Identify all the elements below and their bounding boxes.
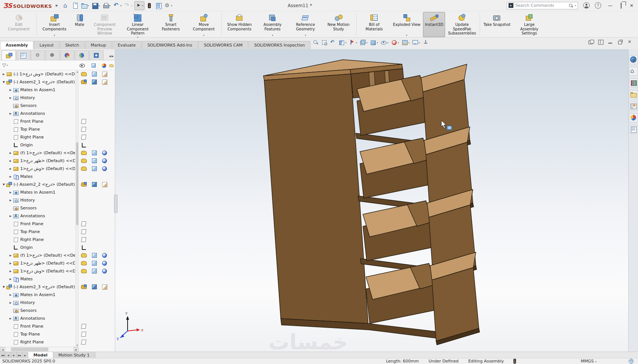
display-state-cell-icon[interactable]	[89, 78, 99, 86]
display-state-cell-icon[interactable]	[89, 291, 99, 299]
document-window-icon[interactable]	[627, 40, 633, 44]
tree-row[interactable]: (-) Assem2_3 <درج> (Default) <D	[0, 283, 115, 291]
task-pane-button[interactable]	[629, 55, 638, 64]
display-state-cell-icon[interactable]	[89, 267, 99, 275]
appearance-cell-icon[interactable]	[99, 188, 110, 196]
display-state-cell-icon[interactable]	[89, 133, 99, 141]
appearance-cell-icon[interactable]	[99, 117, 110, 125]
dropdown-caret-icon[interactable]: ▾	[171, 4, 172, 7]
hide-show-cell-icon[interactable]	[78, 228, 89, 236]
view-tool-icon[interactable]	[412, 39, 418, 45]
expand-arrow-icon[interactable]	[8, 112, 13, 115]
display-state-cell-icon[interactable]	[89, 314, 99, 322]
appearance-cell-icon[interactable]	[99, 236, 110, 244]
flyout-caret-icon[interactable]: ▾	[272, 34, 273, 36]
display-state-cell-icon[interactable]	[89, 165, 99, 173]
dropdown-caret-icon[interactable]: ▾	[131, 4, 132, 7]
view-tool-icon[interactable]	[349, 39, 355, 45]
search-input[interactable]: Search Commands	[515, 3, 567, 8]
search-dropdown-icon[interactable]: ▾	[575, 4, 576, 7]
dropdown-caret-icon[interactable]: ▾	[99, 4, 100, 7]
hide-show-cell-icon[interactable]	[78, 196, 89, 204]
expand-arrow-icon[interactable]	[2, 286, 6, 289]
tree-row[interactable]: Mates in Assem1	[0, 86, 115, 94]
hide-show-cell-icon[interactable]	[78, 314, 89, 322]
hide-show-cell-icon[interactable]	[78, 275, 89, 283]
hide-show-cell-icon[interactable]	[78, 133, 89, 141]
help-icon[interactable]: ?	[595, 2, 601, 9]
feature-manager-tab[interactable]	[60, 50, 74, 60]
appearance-cell-icon[interactable]	[99, 291, 110, 299]
task-pane-button[interactable]	[629, 113, 638, 122]
ribbon-button[interactable]: New Motion Study ▾	[322, 12, 355, 37]
expand-arrow-icon[interactable]	[8, 317, 13, 320]
tab-scroll-button[interactable]: ◀	[6, 352, 11, 358]
quick-access-button[interactable]: ▾	[91, 1, 101, 10]
display-state-cell-icon[interactable]	[89, 259, 99, 267]
document-window-icon[interactable]	[608, 40, 613, 44]
ribbon-button[interactable]: Reference Geometry ▾	[289, 12, 322, 37]
ribbon-button[interactable]: Component Preview Window ▾	[89, 12, 121, 37]
dropdown-caret-icon[interactable]: ▾	[142, 4, 143, 7]
expand-arrow-icon[interactable]	[2, 73, 6, 76]
display-state-column-header[interactable]	[89, 63, 99, 68]
hide-show-cell-icon[interactable]	[78, 70, 89, 78]
appearance-cell-icon[interactable]	[99, 204, 110, 212]
tab-scroll-button[interactable]: ◀◀	[0, 352, 6, 358]
tree-row[interactable]: Front Plane	[0, 117, 115, 125]
units-caret-icon[interactable]: ▴	[595, 360, 596, 362]
menu-expand-icon[interactable]: ▶	[56, 4, 58, 7]
display-state-cell-icon[interactable]	[89, 236, 99, 244]
appearance-cell-icon[interactable]	[99, 165, 110, 173]
appearance-cell-icon[interactable]	[99, 322, 110, 330]
hide-show-cell-icon[interactable]	[78, 291, 89, 299]
tree-row[interactable]: Right Plane	[0, 338, 115, 346]
tree-horizontal-scrollbar[interactable]: ◀ ▶	[0, 347, 79, 352]
tree-row[interactable]: وش درع<1> (Default) <<Del	[0, 165, 115, 173]
appearance-column-header[interactable]	[99, 63, 109, 68]
display-state-cell-icon[interactable]	[89, 283, 99, 291]
ribbon-button[interactable]: Mate ▾	[71, 12, 88, 37]
feature-manager-tab[interactable]	[31, 50, 45, 60]
hide-show-cell-icon[interactable]	[78, 149, 89, 157]
tab-scroll-button[interactable]: ▶	[11, 352, 17, 358]
display-state-cell-icon[interactable]	[89, 244, 99, 251]
dropdown-caret-icon[interactable]: ▾	[88, 4, 89, 7]
account-icon[interactable]	[583, 2, 590, 9]
scroll-up-icon[interactable]: ▲	[76, 71, 79, 73]
scrollbar-thumb[interactable]	[76, 142, 78, 225]
appearance-cell-icon[interactable]	[99, 78, 110, 86]
tree-row[interactable]: ظهر درع<1> (Default) <<De	[0, 259, 115, 267]
feature-manager-tab[interactable]	[75, 50, 89, 60]
graphics-viewport[interactable]: Y x z خمسات	[115, 49, 628, 352]
tree-row[interactable]: Top Plane	[0, 125, 115, 133]
ribbon-button[interactable]: Linear Component Pattern ▾	[122, 12, 154, 37]
appearance-cell-icon[interactable]	[99, 259, 110, 267]
display-state-cell-icon[interactable]	[89, 212, 99, 220]
expand-arrow-icon[interactable]	[8, 191, 13, 194]
appearance-cell-icon[interactable]	[99, 267, 110, 275]
appearance-cell-icon[interactable]	[99, 94, 110, 102]
quick-access-button[interactable]: ▾	[62, 1, 70, 10]
appearance-cell-icon[interactable]	[99, 141, 110, 149]
ribbon-button[interactable]: Show Hidden Components ▾	[223, 12, 256, 37]
document-window-icon[interactable]	[588, 40, 594, 44]
task-pane-button[interactable]	[629, 67, 638, 76]
task-pane-button[interactable]	[629, 78, 638, 87]
command-tab[interactable]: Evaluate	[112, 41, 141, 49]
appearance-cell-icon[interactable]	[99, 180, 110, 188]
display-state-cell-icon[interactable]	[89, 330, 99, 338]
ribbon-button[interactable]: Edit Component ▾	[3, 12, 35, 37]
command-tab[interactable]: SOLIDWORKS Inspection	[248, 41, 310, 49]
feature-manager-tab[interactable]	[45, 50, 60, 60]
display-state-cell-icon[interactable]	[89, 228, 99, 236]
tree-row[interactable]: Top Plane	[0, 228, 115, 236]
expand-arrow-icon[interactable]	[8, 89, 13, 92]
display-state-cell-icon[interactable]	[89, 141, 99, 149]
tree-row[interactable]: Mates in Assem1	[0, 188, 115, 196]
task-pane-button[interactable]	[629, 102, 638, 111]
appearance-cell-icon[interactable]	[99, 110, 110, 117]
display-state-cell-icon[interactable]	[89, 117, 99, 125]
quick-access-button[interactable]: ▾	[145, 1, 153, 10]
hide-show-cell-icon[interactable]	[78, 322, 89, 330]
